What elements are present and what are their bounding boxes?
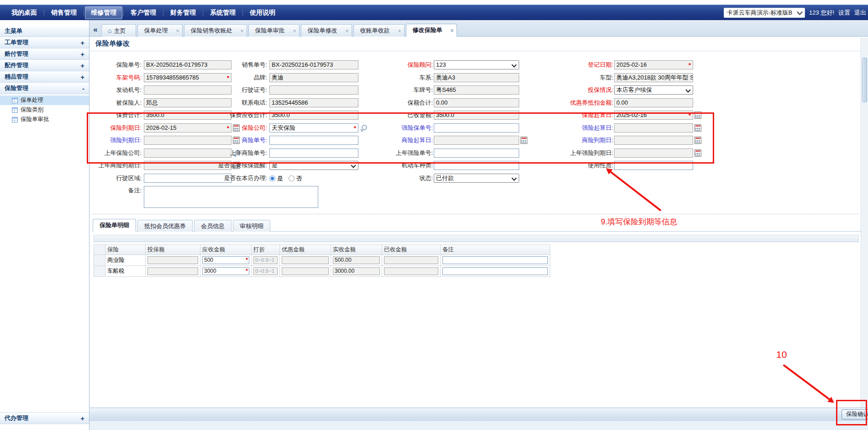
table-cell: 3000* (200, 266, 252, 277)
close-icon[interactable]: × (345, 25, 348, 37)
calendar-icon[interactable] (694, 111, 701, 119)
license-no-field (269, 85, 358, 95)
last-compulsory-no-input[interactable] (434, 149, 519, 158)
compulsory-policy-no-input[interactable] (434, 123, 519, 133)
sidebar-main-header-label: 主菜单 (5, 27, 22, 35)
remark-textarea[interactable] (144, 186, 318, 208)
tab-3[interactable]: 保险销售收账处× (184, 24, 247, 37)
table-cell (146, 255, 200, 266)
company-select[interactable]: 卡派云车商演示-标准版B (724, 8, 805, 18)
remark-label: 备注: (128, 186, 142, 195)
nav-item-2[interactable]: 销售管理 (45, 6, 83, 19)
tab-2[interactable]: 保单处理× (137, 24, 183, 37)
note-input[interactable] (442, 256, 548, 264)
series-input: 奥迪A3 (434, 73, 519, 82)
license-no-input (269, 85, 358, 95)
tab-4[interactable]: 保险单审批× (248, 24, 300, 37)
sidebar-section-1[interactable]: 工单管理+ (0, 37, 89, 48)
detail-tab-2[interactable]: 抵扣会员优惠券 (137, 220, 193, 232)
close-icon[interactable]: × (176, 25, 179, 37)
receivable-amount-input[interactable]: 500* (202, 256, 249, 264)
table-row-1: 商业险500*0~0.5~1500.00 (94, 255, 550, 266)
tab-1[interactable]: ⌂主页 (101, 24, 136, 37)
last-commercial-no-input[interactable] (269, 149, 358, 158)
discount-input: 0~0.5~1 (253, 256, 278, 264)
detail-tab-3[interactable]: 会员信息 (194, 220, 231, 232)
usage-nature-input[interactable] (614, 161, 693, 170)
sidebar-section-5[interactable]: 保险管理- (0, 83, 89, 94)
tab-5[interactable]: 保险单修改× (301, 24, 352, 37)
insure-situation-select[interactable]: 本店客户续保 (614, 85, 693, 95)
premium-total-field: 3500.0 (144, 111, 231, 120)
insurance-confirm-button[interactable]: 保险确认 (842, 409, 868, 419)
register-date-label: 登记日期: (588, 60, 613, 69)
nav-item-6[interactable]: 系统管理 (204, 6, 242, 19)
close-icon[interactable]: × (398, 25, 401, 37)
receivable-amount-input[interactable]: 3000* (202, 267, 249, 275)
settings-link[interactable]: 设置 (838, 9, 850, 17)
status-select[interactable]: 已付款 (434, 174, 519, 183)
close-icon[interactable]: × (293, 25, 296, 37)
engine-no-label: 发动机号: (116, 85, 142, 95)
renewal-reminder-label: 是否需要续保提醒: (218, 161, 267, 170)
nav-separator (84, 10, 84, 16)
brand-field: 奥迪 (269, 73, 358, 82)
note-input[interactable] (442, 267, 548, 275)
sidebar-item-5-2[interactable]: 保险类别 (0, 105, 89, 115)
table-cell: 500* (200, 255, 252, 266)
handle-in-store-option[interactable]: 是 (269, 175, 283, 183)
handle-in-store-field: 是否 (269, 175, 302, 183)
handle-in-store-option[interactable]: 否 (289, 175, 302, 183)
commercial-policy-no-input[interactable] (269, 136, 358, 145)
sidebar-section-2[interactable]: 赔付管理+ (0, 48, 89, 60)
detail-tab-1[interactable]: 保险单明细 (93, 219, 136, 232)
search-icon[interactable] (360, 124, 367, 132)
nav-item-1[interactable]: 我的桌面 (5, 6, 43, 19)
sidebar-section-4[interactable]: 精品管理+ (0, 71, 89, 83)
tab-7[interactable]: 修改保险单× (406, 24, 457, 37)
nav-item-4[interactable]: 客户管理 (125, 6, 162, 19)
status-label: 状态: (419, 174, 433, 183)
sidebar-section-daiban[interactable]: 代办管理 + (0, 413, 89, 424)
nav-item-5[interactable]: 财务管理 (164, 6, 202, 19)
premium-receivable-field: 3500.0 (269, 111, 358, 120)
table-cell (441, 255, 550, 266)
vehicle-type-input[interactable] (434, 161, 519, 170)
last-insurance-company-input (144, 149, 231, 158)
detail-tab-4[interactable]: 审核明细 (233, 220, 270, 232)
required-asterisk: * (227, 124, 229, 132)
table-cell (441, 266, 550, 277)
sidebar-section-3[interactable]: 配件管理+ (0, 60, 89, 71)
compulsory-policy-no-label: 强险保单号: (401, 123, 433, 133)
driving-area-input[interactable] (144, 174, 231, 183)
expand-icon: + (80, 39, 84, 46)
sidebar-item-5-1[interactable]: 保单处理 (0, 96, 89, 105)
insurance-company-input[interactable]: 天安保险* (269, 123, 358, 133)
nav-separator (163, 10, 163, 16)
insurance-end-date-input: 2026-02-15* (144, 123, 231, 133)
vertical-scrollbar[interactable] (861, 37, 868, 408)
nav-item-3[interactable]: 维修管理 (85, 6, 122, 19)
insurance-start-date-field: 2025-02-16* (614, 111, 701, 120)
sale-no-label: 销售单号: (242, 60, 267, 69)
scrollbar-thumb[interactable] (862, 58, 867, 102)
tab-6[interactable]: 收账单收款× (353, 24, 405, 37)
commercial-start-date-label: 商险起算日: (401, 136, 433, 145)
table-cell (280, 266, 331, 277)
engine-no-field (144, 85, 231, 95)
coupon-amount-input (282, 256, 329, 264)
close-icon[interactable]: × (450, 25, 453, 37)
driving-area-field (144, 174, 231, 183)
sidebar-item-5-3[interactable]: 保险单审批 (0, 115, 89, 124)
logout-link[interactable]: 退出 (854, 9, 866, 17)
col-header-2: 投保额 (146, 244, 200, 255)
nav-separator (203, 10, 203, 16)
premium-total-label: 保费合计: (116, 111, 142, 120)
renewal-reminder-select[interactable]: 是 (269, 161, 358, 170)
sidebar-collapse-icon[interactable]: « (91, 26, 100, 33)
close-icon[interactable]: × (240, 25, 243, 37)
calendar-icon[interactable] (233, 124, 240, 132)
nav-item-7[interactable]: 使用说明 (244, 6, 281, 19)
coupon-deduction-field: 0.00 (614, 98, 693, 107)
insurance-advisor-select[interactable]: 123 (434, 60, 519, 69)
